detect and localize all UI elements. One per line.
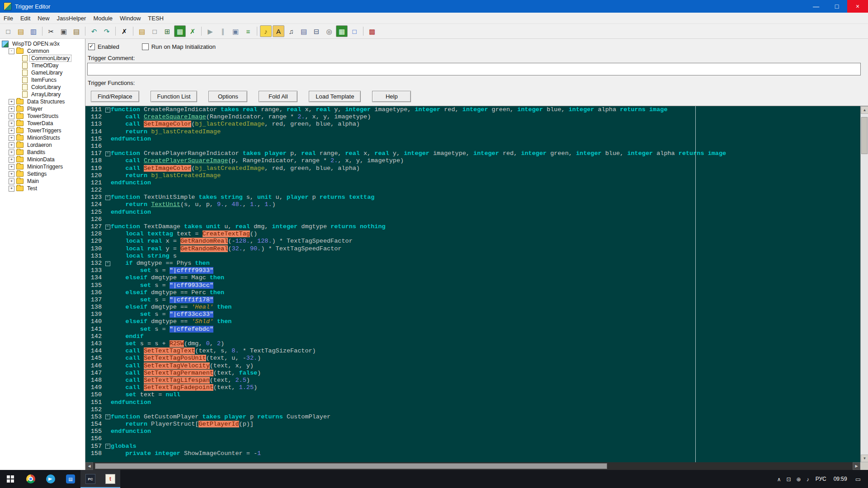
tree-expander[interactable]: + — [9, 113, 14, 119]
code-line[interactable]: 154 return PlayerStruct[GetPlayerId(p)] — [85, 421, 860, 428]
code-line[interactable]: 128 local texttag text = CreateTextTag() — [85, 230, 860, 238]
code-line[interactable]: 137 set s = "|cfff1f178" — [85, 296, 860, 304]
tree-expander[interactable]: - — [9, 48, 14, 54]
code-line[interactable]: 114 return bj_lastCreatedImage — [85, 128, 860, 136]
scroll-down-arrow[interactable]: ▼ — [861, 455, 868, 462]
menu-edit[interactable]: Edit — [17, 14, 34, 23]
tree-item-main[interactable]: +Main — [0, 178, 85, 185]
pc-app-taskbar-button[interactable]: PC — [80, 470, 100, 488]
code-line[interactable]: 132− if dmgtype == Phys then — [85, 260, 860, 267]
tree-item-miniontriggers[interactable]: +MinionTriggers — [0, 163, 85, 170]
script-check-button[interactable]: ✗ — [187, 25, 198, 37]
menu-window[interactable]: Window — [116, 14, 144, 23]
code-line[interactable]: 119 call SetImageColor(bj_lastCreatedIma… — [85, 165, 860, 172]
action-center-icon[interactable]: ▭ — [855, 476, 861, 483]
tree-expander[interactable]: + — [9, 178, 14, 184]
tree-expander[interactable]: + — [9, 186, 14, 192]
disk-button[interactable]: ◎ — [323, 25, 335, 37]
tree-item-colorlibrary[interactable]: ColorLibrary — [0, 84, 85, 91]
code-line[interactable]: 149 call SetTextTagFadepoint(text, 1.25) — [85, 384, 860, 391]
code-line[interactable]: 157−globals — [85, 443, 860, 450]
button-options[interactable]: Options — [208, 91, 247, 102]
code-line[interactable]: 117−function CreatePlayerRangeIndicator … — [85, 150, 860, 157]
code-line[interactable]: 126 — [85, 216, 860, 223]
code-line[interactable]: 144 call SetTextTagText(text, s, 8. * Te… — [85, 347, 860, 355]
editor-app-taskbar-button[interactable]: t — [100, 470, 120, 488]
tree-item-towerdata[interactable]: +TowerData — [0, 120, 85, 127]
code-line[interactable]: 148 call SetTextTagLifespan(text, 2.5) — [85, 377, 860, 384]
menu-new[interactable]: New — [34, 14, 53, 23]
code-line[interactable]: 129 local real x = GetRandomReal(-128., … — [85, 238, 860, 245]
code-line[interactable]: 127−function TextDamage takes unit u, re… — [85, 223, 860, 230]
category-folder-button[interactable]: ▤ — [136, 25, 148, 37]
button-find-replace[interactable]: Find/Replace — [91, 91, 139, 102]
tree-expander[interactable]: + — [9, 121, 14, 127]
code-line[interactable]: 145 call SetTextTagPosUnit(text, u, -32.… — [85, 355, 860, 362]
tree-expander[interactable]: + — [9, 128, 14, 134]
fold-toggle[interactable]: − — [105, 225, 110, 230]
fold-toggle[interactable]: − — [105, 444, 110, 449]
horizontal-scroll-thumb[interactable] — [95, 463, 607, 469]
pause-button[interactable]: ∥ — [217, 25, 229, 37]
cut-button[interactable]: ✂ — [45, 25, 57, 37]
trigger-comment-input[interactable] — [87, 63, 861, 75]
horn-button[interactable]: ♪ — [260, 25, 272, 37]
code-line[interactable]: 141 set s = "|cffefebdc" — [85, 326, 860, 333]
syntax-check-button[interactable]: ✗ — [118, 25, 130, 37]
tree-item-itemfuncs[interactable]: ItemFuncs — [0, 76, 85, 84]
image-button[interactable]: ▣ — [230, 25, 241, 37]
tree-item-test[interactable]: +Test — [0, 185, 85, 192]
diagram-button[interactable]: ⊞ — [161, 25, 173, 37]
idcard-button[interactable]: ⊟ — [311, 25, 322, 37]
minimize-button[interactable]: — — [806, 0, 826, 13]
tray-volume-icon[interactable]: ♪ — [807, 476, 809, 483]
fold-toggle[interactable]: − — [105, 108, 110, 113]
code-line[interactable]: 140 elseif dmgtype == 'Shld' then — [85, 318, 860, 325]
tree-item-common[interactable]: -Common — [0, 47, 85, 55]
code-editor[interactable]: 111−function CreateRangeIndicator takes … — [85, 106, 860, 462]
variables-button[interactable]: ▦ — [174, 25, 186, 37]
tray-chevron-icon[interactable]: ∧ — [777, 476, 781, 483]
tree-item-commonlibrary[interactable]: CommonLibrary — [0, 55, 85, 62]
code-line[interactable]: 158 private integer ShowImageCounter = -… — [85, 450, 860, 457]
code-line[interactable]: 143 set s = s + R2SW(dmg, 0, 2) — [85, 340, 860, 347]
code-line[interactable]: 147 call SetTextTagPermanent(text, false… — [85, 370, 860, 377]
button-load-template[interactable]: Load Template — [309, 91, 361, 102]
enabled-checkbox[interactable]: Enabled — [88, 43, 119, 50]
save-button[interactable]: ▥ — [28, 25, 39, 37]
button-help[interactable]: Help — [372, 91, 411, 102]
new-button[interactable]: □ — [2, 25, 14, 37]
code-line[interactable]: 120 return bj_lastCreatedImage — [85, 172, 860, 179]
tree-item-lordaeron[interactable]: +Lordaeron — [0, 141, 85, 149]
maximize-button[interactable]: □ — [826, 0, 847, 13]
code-line[interactable]: 123−function TextUnitSimple takes string… — [85, 194, 860, 201]
tree-item-miniondata[interactable]: +MinionData — [0, 156, 85, 163]
tree-item-bandits[interactable]: +Bandits — [0, 149, 85, 156]
run-on-init-checkbox[interactable]: Run on Map Initialization — [142, 43, 216, 50]
code-line[interactable]: 113 call SetImageColor(bj_lastCreatedIma… — [85, 121, 860, 128]
palette-button[interactable]: ▩ — [366, 25, 378, 37]
code-line[interactable]: 151endfunction — [85, 399, 860, 406]
code-line[interactable]: 111−function CreateRangeIndicator takes … — [85, 106, 860, 113]
scroll-left-arrow[interactable]: ◀ — [85, 462, 93, 470]
vertical-scroll-thumb[interactable] — [861, 117, 868, 154]
code-line[interactable]: 135 set s = "|cff9933cc" — [85, 282, 860, 289]
tree-expander[interactable]: + — [9, 150, 14, 155]
code-line[interactable]: 118 call CreatePlayerSquareImage(p, Rang… — [85, 157, 860, 164]
redo-button[interactable]: ↷ — [101, 25, 113, 37]
code-line[interactable]: 134 elseif dmgtype == Magc then — [85, 274, 860, 282]
tree-expander[interactable]: + — [9, 171, 14, 177]
code-line[interactable]: 130 local real y = GetRandomReal(32., 90… — [85, 245, 860, 253]
open-button[interactable]: ▤ — [15, 25, 27, 37]
tree-expander[interactable]: + — [9, 99, 14, 105]
grid-button[interactable]: ▦ — [336, 25, 348, 37]
start-button[interactable] — [0, 470, 21, 488]
code-line[interactable]: 142 endif — [85, 333, 860, 340]
tree-item-settings[interactable]: +Settings — [0, 170, 85, 178]
fold-toggle[interactable]: − — [105, 151, 110, 156]
font-button[interactable]: A — [273, 25, 284, 37]
tray-network-icon[interactable]: ⊕ — [797, 476, 801, 483]
menu-tesh[interactable]: TESH — [144, 14, 167, 23]
code-line[interactable]: 115endfunction — [85, 136, 860, 143]
menu-file[interactable]: File — [0, 14, 17, 23]
